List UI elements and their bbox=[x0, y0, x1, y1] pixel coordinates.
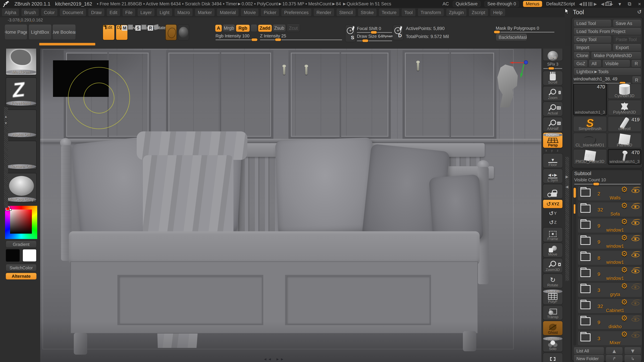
shelf-camlock-button[interactable] bbox=[543, 184, 563, 199]
color-picker[interactable] bbox=[5, 206, 37, 239]
eye-icon[interactable] bbox=[632, 302, 640, 306]
current-texture-tile[interactable]: Texture Off bbox=[6, 141, 36, 170]
m-button[interactable] bbox=[250, 25, 257, 32]
shelf-frame-button[interactable]: Frame bbox=[543, 227, 563, 242]
menu-render[interactable]: Render bbox=[314, 9, 334, 16]
ac-button[interactable]: AC bbox=[442, 1, 449, 6]
lightbox-grip[interactable] bbox=[39, 43, 95, 45]
shelf-zoom-button[interactable]: ↕Zoom bbox=[543, 86, 563, 101]
tool-thumb-oliveoil[interactable]: 419 oliveoil bbox=[608, 116, 641, 132]
zadd-button[interactable]: Zadd bbox=[258, 25, 272, 32]
gear-icon[interactable]: ⚙ bbox=[621, 330, 628, 338]
active-tool-slider[interactable]: windowhatch1_38. 49 bbox=[574, 76, 630, 84]
current-material-tile[interactable]: MatCap Gray bbox=[6, 173, 36, 202]
eye-icon[interactable] bbox=[632, 189, 640, 193]
shelf-transp-button[interactable]: Transp bbox=[543, 305, 563, 320]
focal-shift-brush-button[interactable]: S bbox=[345, 25, 356, 42]
rotate-mode-button[interactable]: R Rotate bbox=[153, 25, 166, 30]
gear-icon[interactable]: ⚙ bbox=[621, 266, 628, 274]
gear-icon[interactable]: ⚙ bbox=[621, 314, 628, 322]
scrollbar-thumb[interactable] bbox=[574, 188, 576, 198]
subtool-row-walls[interactable]: 2Walls⚙ bbox=[578, 186, 642, 201]
tool-thumb-pm3d-plane3d[interactable]: ZETA PM3D_Plane3D bbox=[573, 149, 607, 165]
export-button[interactable]: Export bbox=[613, 44, 641, 51]
goz-button[interactable]: GoZ bbox=[574, 60, 588, 67]
rgb-button[interactable]: Rgb bbox=[236, 25, 250, 32]
lightbox-button[interactable]: LightBox bbox=[28, 25, 52, 40]
active-tool-r-button[interactable]: R bbox=[632, 76, 641, 84]
shelf-roty[interactable]: ↺Y bbox=[543, 209, 563, 218]
shelf-aahalf-button[interactable]: ▭AAHalf bbox=[543, 117, 563, 132]
shelf-scroll-button[interactable]: Scroll bbox=[543, 71, 563, 85]
tool-thumb-windowhatch[interactable]: 470 windowhatch1_3 bbox=[573, 83, 607, 115]
divider-close-icon[interactable]: ◀ bbox=[566, 185, 568, 189]
subtool-down-button[interactable]: ▼ bbox=[624, 347, 641, 355]
menu-tool[interactable]: Tool bbox=[401, 9, 416, 16]
current-stroke-tile[interactable]: FreeHand bbox=[6, 77, 36, 106]
focal-shift-slider[interactable]: Focal Shift 0 bbox=[357, 26, 392, 33]
current-brush-tile[interactable]: MaskPen bbox=[6, 46, 36, 75]
gear-icon[interactable]: ⚙ bbox=[621, 217, 628, 226]
menu-help[interactable]: Help bbox=[490, 9, 506, 16]
shelf-zoom3d-button[interactable]: ●Zoom3D bbox=[543, 258, 563, 273]
menu-document[interactable]: Document bbox=[60, 9, 86, 16]
tool-thumb-windowhatch-handle[interactable]: 470 windowhatch1_3 bbox=[608, 149, 641, 165]
minimize-button[interactable]: ▾ bbox=[617, 1, 622, 7]
clone-button[interactable]: Clone bbox=[574, 52, 590, 59]
subtool-row-window1[interactable]: 9window1⚙ bbox=[578, 218, 642, 233]
divider-bars-icon[interactable]: ◀▶ bbox=[579, 2, 597, 6]
menu-edit[interactable]: Edit bbox=[106, 9, 120, 16]
menu-picker[interactable]: Picker bbox=[260, 9, 279, 16]
tool-thumb-blanket[interactable]: CL_blanketMD1 bbox=[573, 133, 607, 148]
menu-light[interactable]: Light bbox=[157, 9, 172, 16]
goz-visible-button[interactable]: Visible bbox=[602, 60, 630, 67]
subtool-row-diskho[interactable]: 9diskho⚙ bbox=[578, 315, 642, 330]
gear-icon[interactable]: ⚙ bbox=[621, 282, 628, 290]
dynamic-brush-button[interactable]: D bbox=[393, 25, 404, 40]
copy-tool-button[interactable]: Copy Tool bbox=[574, 36, 612, 43]
quicksave-button[interactable]: QuickSave bbox=[453, 1, 480, 7]
subtool-row-gryta[interactable]: 3gryta⚙ bbox=[578, 283, 642, 297]
shelf-polyf-button[interactable]: Line FillPolyF bbox=[543, 289, 563, 305]
menu-movie[interactable]: Movie bbox=[241, 9, 259, 16]
saturation-value-square[interactable] bbox=[10, 210, 32, 234]
shelf-spix[interactable]: SPix 3 bbox=[543, 62, 563, 70]
eye-icon[interactable] bbox=[632, 237, 640, 241]
move-out-button[interactable]: ↱ bbox=[606, 355, 623, 362]
subtool-row-mixer[interactable]: 3Mixer⚙ bbox=[578, 331, 642, 346]
eye-icon[interactable] bbox=[632, 253, 640, 257]
divider-collapse-icon[interactable]: ▲ bbox=[4, 115, 8, 118]
lightbox-tools-button[interactable]: Lightbox►Tools bbox=[574, 68, 641, 75]
new-folder-button[interactable]: New Folder bbox=[574, 355, 604, 362]
switch-color-button[interactable]: SwitchColor bbox=[6, 265, 36, 271]
current-alpha-tile[interactable]: Alpha Off bbox=[6, 110, 36, 138]
visible-count-slider[interactable]: Visible Count 10 bbox=[574, 177, 641, 185]
see-through-slider[interactable]: See-through 0 bbox=[484, 1, 519, 7]
main-color-swatch[interactable] bbox=[6, 249, 20, 262]
menu-alpha[interactable]: Alpha bbox=[2, 9, 19, 16]
tool-thumb-polymesh3d[interactable]: PolyMesh3D bbox=[608, 100, 641, 115]
shelf-persp-button[interactable]: DynamicPersp bbox=[543, 132, 563, 148]
goz-r-button[interactable]: R bbox=[631, 60, 641, 67]
restore-button[interactable]: ⧉ bbox=[626, 1, 632, 7]
tool-thumb-simplebrush[interactable]: S SimpleBrush bbox=[573, 116, 607, 132]
window-layout-icon[interactable]: ◀▶ bbox=[601, 2, 613, 6]
mask-by-polygroups-slider[interactable]: Mask By Polygroups 0 bbox=[496, 26, 554, 32]
viewport-canvas[interactable]: ◄◄ ►► bbox=[40, 46, 541, 362]
eye-icon[interactable] bbox=[632, 205, 640, 209]
alternate-button[interactable]: Alternate bbox=[6, 273, 36, 280]
subtool-up-button[interactable]: ▲ bbox=[606, 347, 623, 355]
gear-icon[interactable]: ⚙ bbox=[621, 298, 628, 306]
subtool-row-window1[interactable]: 9window1⚙ bbox=[578, 267, 642, 281]
shelf-ghost-button[interactable]: Ghost bbox=[543, 321, 563, 336]
eye-icon[interactable] bbox=[632, 269, 640, 273]
divider-open-icon[interactable]: ▶ bbox=[566, 175, 568, 179]
gizmo-center-dot[interactable] bbox=[524, 60, 528, 64]
stroke-thumbnail[interactable] bbox=[165, 24, 177, 40]
menu-zplugin[interactable]: Zplugin bbox=[446, 9, 467, 16]
zsub-button[interactable]: Zsub bbox=[273, 25, 286, 32]
shelf-move-button[interactable]: Move bbox=[543, 243, 563, 257]
rgb-intensity-slider[interactable]: Rgb Intensity 100 bbox=[216, 33, 258, 40]
eye-icon[interactable] bbox=[632, 318, 640, 322]
tool-panel-title[interactable]: Tool bbox=[573, 9, 584, 16]
